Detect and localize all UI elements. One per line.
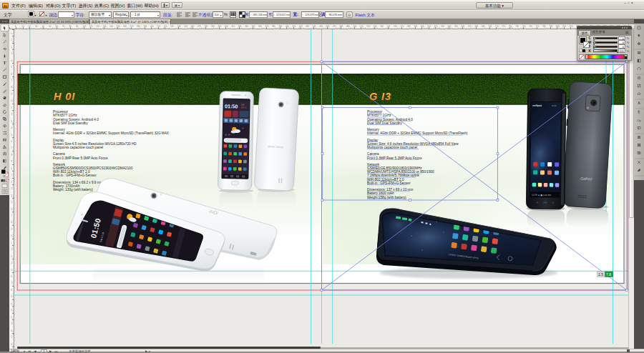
svg-text:7: 7 bbox=[11, 282, 12, 284]
svg-text:Weight: 133g (with battery): Weight: 133g (with battery) bbox=[53, 188, 93, 192]
svg-text:Weight:158g (with battery): Weight:158g (with battery) bbox=[367, 196, 406, 199]
svg-text:550: 550 bbox=[387, 25, 391, 28]
svg-text:6: 6 bbox=[11, 73, 12, 76]
svg-text:540: 540 bbox=[380, 25, 384, 28]
svg-text:5: 5 bbox=[11, 269, 12, 272]
svg-text:330: 330 bbox=[238, 25, 242, 28]
svg-text:350: 350 bbox=[252, 25, 255, 28]
svg-text:450: 450 bbox=[319, 25, 323, 28]
svg-text:4: 4 bbox=[11, 194, 12, 197]
svg-text:Front 0.3MP Rear 5.0MP Auto: Front 0.3MP Rear 5.0MP Auto Focus bbox=[53, 156, 108, 160]
svg-text:6: 6 bbox=[11, 275, 12, 278]
svg-text:560: 560 bbox=[394, 25, 397, 28]
svg-text:630: 630 bbox=[441, 25, 444, 28]
svg-text:20:13: 20:13 bbox=[241, 106, 247, 109]
svg-text:T: T bbox=[3, 60, 6, 65]
svg-text:20: 20 bbox=[29, 25, 31, 28]
svg-text:0: 0 bbox=[11, 32, 12, 35]
svg-text:3: 3 bbox=[11, 187, 12, 190]
svg-text:60: 60 bbox=[56, 25, 59, 28]
svg-text:2.5: 2.5 bbox=[598, 272, 603, 277]
svg-text:710: 710 bbox=[495, 25, 499, 28]
svg-text:280: 280 bbox=[205, 25, 208, 28]
svg-text:0: 0 bbox=[15, 25, 16, 28]
svg-text:7.8: 7.8 bbox=[606, 272, 611, 277]
svg-text:0: 0 bbox=[11, 234, 12, 237]
svg-text:260: 260 bbox=[191, 25, 195, 28]
svg-text:12:29 ▲ ▣ 4:41 PM: 12:29 ▲ ▣ 4:41 PM bbox=[532, 194, 552, 197]
svg-text:Dual SIM Dual Standby: Dual SIM Dual Standby bbox=[367, 121, 402, 125]
svg-text:380: 380 bbox=[272, 25, 275, 28]
svg-text:Internal: 4Gbit DDR + 32Gbit E: Internal: 4Gbit DDR + 32Gbit EMMC Suppor… bbox=[53, 131, 170, 135]
svg-text:320: 320 bbox=[231, 25, 235, 28]
svg-text:120: 120 bbox=[96, 25, 99, 28]
svg-text:230: 230 bbox=[170, 25, 174, 28]
svg-text:290: 290 bbox=[211, 25, 215, 28]
svg-text:8: 8 bbox=[11, 221, 12, 224]
svg-text:9: 9 bbox=[11, 228, 12, 231]
svg-text:7: 7 bbox=[11, 214, 12, 217]
svg-text:400: 400 bbox=[286, 25, 289, 28]
svg-text:22 . 26: 22 . 26 bbox=[225, 134, 230, 136]
svg-text:570: 570 bbox=[401, 25, 404, 28]
svg-text:30: 30 bbox=[35, 25, 38, 28]
svg-text:360: 360 bbox=[258, 25, 262, 28]
svg-text:9: 9 bbox=[11, 160, 12, 163]
svg-text:470: 470 bbox=[333, 25, 336, 28]
svg-text:wellpad: wellpad bbox=[532, 104, 541, 107]
svg-text:130: 130 bbox=[103, 25, 107, 28]
svg-text:600: 600 bbox=[421, 25, 424, 28]
svg-text:70: 70 bbox=[62, 25, 65, 28]
svg-text:10: 10 bbox=[21, 25, 24, 28]
svg-text:770: 770 bbox=[536, 25, 540, 28]
svg-text:Built-in : GPS+FM+G-Sensor: Built-in : GPS+FM+G-Sensor bbox=[53, 174, 97, 177]
svg-text:610: 610 bbox=[427, 25, 431, 28]
svg-text:GaPad: GaPad bbox=[580, 176, 593, 181]
svg-text:50: 50 bbox=[49, 25, 52, 28]
svg-text:520: 520 bbox=[366, 25, 370, 28]
svg-text:790: 790 bbox=[549, 25, 552, 28]
svg-text:590: 590 bbox=[414, 25, 417, 28]
svg-text:7: 7 bbox=[11, 79, 12, 82]
svg-text:A: A bbox=[638, 101, 640, 105]
svg-text:810: 810 bbox=[562, 25, 566, 28]
svg-text:5: 5 bbox=[11, 336, 12, 339]
svg-text:7: 7 bbox=[11, 146, 12, 149]
svg-text:2: 2 bbox=[11, 46, 12, 49]
svg-text:760: 760 bbox=[529, 25, 532, 28]
svg-text:240: 240 bbox=[177, 25, 181, 28]
svg-text:3: 3 bbox=[11, 52, 12, 55]
svg-text:480: 480 bbox=[340, 25, 343, 28]
svg-text:01:50: 01:50 bbox=[225, 103, 238, 109]
svg-text:370: 370 bbox=[265, 25, 269, 28]
svg-text:8: 8 bbox=[11, 154, 12, 156]
svg-text:9: 9 bbox=[11, 93, 12, 96]
svg-text:620: 620 bbox=[434, 25, 438, 28]
svg-text:100: 100 bbox=[82, 25, 86, 28]
svg-text:410: 410 bbox=[292, 25, 296, 28]
svg-text:820: 820 bbox=[570, 25, 573, 28]
svg-text:180: 180 bbox=[137, 25, 140, 28]
svg-text:1: 1 bbox=[11, 309, 12, 312]
svg-text:640: 640 bbox=[448, 25, 452, 28]
svg-text:Multipoints capacitive touch p: Multipoints capacitive touch panel bbox=[53, 146, 103, 149]
svg-text:5: 5 bbox=[11, 201, 12, 204]
svg-text:2: 2 bbox=[11, 316, 12, 319]
svg-text:530: 530 bbox=[374, 25, 377, 28]
svg-text:4: 4 bbox=[11, 59, 12, 62]
svg-text:780: 780 bbox=[542, 25, 546, 28]
svg-text:1: 1 bbox=[11, 242, 12, 244]
svg-text:440: 440 bbox=[313, 25, 316, 28]
svg-text:0: 0 bbox=[11, 302, 12, 305]
svg-text:3: 3 bbox=[11, 120, 12, 123]
svg-text:190: 190 bbox=[143, 25, 147, 28]
svg-text:730: 730 bbox=[509, 25, 512, 28]
svg-text:5: 5 bbox=[11, 134, 12, 136]
svg-text:1: 1 bbox=[11, 39, 12, 41]
svg-text:Built-in : GPS+FM+G-Sensor: Built-in : GPS+FM+G-Sensor bbox=[367, 182, 411, 185]
svg-text:310: 310 bbox=[225, 25, 228, 28]
svg-text:430: 430 bbox=[306, 25, 309, 28]
svg-text:420: 420 bbox=[299, 25, 303, 28]
svg-text:Front 0.3MP Rear 5.2MP Auto F: Front 0.3MP Rear 5.2MP Auto Focus bbox=[367, 156, 422, 160]
svg-text:2: 2 bbox=[11, 181, 12, 184]
